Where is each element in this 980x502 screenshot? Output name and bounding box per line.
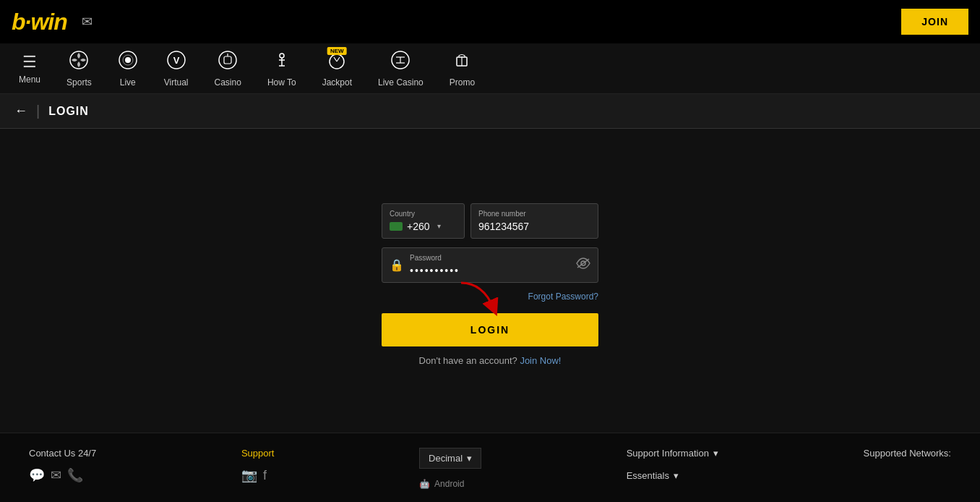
support-info-dropdown[interactable]: Support Information ▾	[627, 448, 718, 459]
country-label: Country	[390, 210, 457, 218]
phone-icon[interactable]: 📞	[67, 467, 83, 483]
nav-item-virtual[interactable]: V Virtual	[151, 44, 202, 93]
nav-label-virtual: Virtual	[164, 77, 189, 88]
virtual-icon: V	[166, 50, 186, 75]
password-dots: ••••••••••	[410, 265, 570, 276]
svg-point-9	[280, 54, 284, 58]
howto-icon	[272, 50, 292, 75]
nav-item-casino[interactable]: Casino	[202, 44, 254, 93]
back-button[interactable]: ←	[14, 103, 27, 119]
footer-support-col: Support 📷 f	[241, 448, 275, 483]
nav-label-howto: How To	[267, 77, 296, 88]
nav-label-promo: Promo	[450, 77, 475, 88]
support-info-label: Support Information	[627, 448, 709, 459]
networks-heading: Supported Networks:	[864, 448, 951, 459]
lock-icon: 🔒	[390, 258, 404, 272]
forgot-password-link[interactable]: Forgot Password?	[382, 292, 598, 302]
nav-label-sports: Sports	[66, 77, 92, 88]
footer-contact-col: Contact Us 24/7 💬 ✉ 📞	[29, 448, 96, 483]
svg-rect-7	[224, 56, 231, 64]
footer: Contact Us 24/7 💬 ✉ 📞 Support 📷 f Decima…	[0, 433, 980, 502]
nav: ☰ Menu Sports Live V Virtual Casino How …	[0, 43, 980, 94]
footer-social-icons: 📷 f	[241, 467, 275, 483]
logo-b: b	[12, 9, 25, 35]
essentials-label: Essentials	[627, 470, 669, 481]
login-btn-container: LOGIN	[382, 310, 598, 346]
password-label: Password	[410, 254, 570, 262]
email-icon[interactable]: ✉	[82, 14, 93, 30]
phone-field[interactable]: Phone number 961234567	[470, 203, 598, 239]
password-content: Password ••••••••••	[410, 254, 570, 276]
promo-icon	[452, 50, 472, 75]
country-select[interactable]: Country +260 ▾	[382, 203, 465, 239]
nav-item-jackpot[interactable]: NEW Jackpot	[309, 44, 365, 93]
login-form: Country +260 ▾ Phone number 961234567 🔒 …	[382, 203, 598, 366]
phone-value: 961234567	[478, 221, 590, 232]
casino-icon	[218, 50, 238, 75]
livecasino-icon	[390, 50, 411, 75]
nav-item-howto[interactable]: How To	[254, 44, 309, 93]
decimal-dropdown[interactable]: Decimal ▾	[419, 448, 481, 469]
nav-label-live: Live	[120, 77, 136, 88]
essentials-dropdown[interactable]: Essentials ▾	[627, 470, 718, 481]
header-left: b·win ✉	[12, 9, 93, 35]
country-value: +260 ▾	[390, 221, 457, 232]
instagram-icon[interactable]: 📷	[241, 467, 257, 483]
nav-item-live[interactable]: Live	[105, 44, 151, 93]
live-icon	[118, 50, 138, 75]
nav-label-livecasino: Live Casino	[378, 77, 424, 88]
svg-text:V: V	[173, 55, 179, 66]
essentials-chevron-icon: ▾	[674, 470, 679, 481]
nav-label-menu: Menu	[19, 75, 40, 85]
chevron-down-icon: ▾	[437, 222, 441, 230]
svg-point-2	[125, 57, 131, 63]
nav-item-livecasino[interactable]: Live Casino	[365, 44, 437, 93]
nav-label-casino: Casino	[215, 77, 241, 88]
support-heading: Support	[241, 448, 275, 459]
footer-contact-icons: 💬 ✉ 📞	[29, 467, 96, 483]
nav-label-jackpot: Jackpot	[322, 77, 352, 88]
facebook-icon[interactable]: f	[263, 468, 267, 483]
sports-icon	[69, 50, 89, 75]
flag-icon	[390, 222, 403, 231]
support-info-chevron-icon: ▾	[713, 448, 718, 459]
header: b·win ✉ JOIN	[0, 0, 980, 43]
decimal-chevron-icon: ▾	[467, 453, 472, 464]
register-text: Don't have an account? Join Now!	[382, 355, 598, 366]
android-label: Android	[434, 479, 464, 489]
page-title: LOGIN	[48, 105, 89, 118]
breadcrumb-divider: |	[36, 103, 40, 119]
menu-icon: ☰	[22, 53, 37, 72]
password-field[interactable]: 🔒 Password ••••••••••	[382, 247, 598, 283]
logo-win: win	[30, 9, 66, 35]
svg-line-14	[334, 57, 337, 61]
login-button[interactable]: LOGIN	[382, 313, 598, 346]
eye-icon[interactable]	[576, 258, 590, 272]
decimal-label: Decimal	[429, 453, 463, 464]
country-code: +260	[407, 221, 430, 232]
contact-heading: Contact Us 24/7	[29, 448, 96, 459]
phone-label: Phone number	[478, 210, 590, 218]
nav-item-menu[interactable]: ☰ Menu	[6, 47, 53, 90]
android-icon: 🤖	[419, 479, 430, 489]
nav-item-sports[interactable]: Sports	[53, 44, 105, 93]
join-button[interactable]: JOIN	[901, 9, 968, 35]
footer-decimal-col: Decimal ▾ 🤖 Android	[419, 448, 481, 489]
footer-info-col: Support Information ▾ Essentials ▾	[627, 448, 718, 481]
svg-line-15	[337, 57, 340, 61]
logo[interactable]: b·win	[12, 9, 67, 35]
breadcrumb: ← | LOGIN	[0, 94, 980, 129]
new-badge: NEW	[327, 47, 347, 55]
no-account-text: Don't have an account?	[419, 355, 517, 366]
main-content: Country +260 ▾ Phone number 961234567 🔒 …	[0, 129, 980, 433]
join-now-link[interactable]: Join Now!	[520, 355, 561, 366]
chat-icon[interactable]: 💬	[29, 467, 45, 483]
phone-row: Country +260 ▾ Phone number 961234567	[382, 203, 598, 239]
nav-item-promo[interactable]: Promo	[437, 44, 488, 93]
footer-networks-col: Supported Networks:	[864, 448, 951, 459]
email-footer-icon[interactable]: ✉	[51, 467, 61, 483]
android-row: 🤖 Android	[419, 479, 481, 489]
